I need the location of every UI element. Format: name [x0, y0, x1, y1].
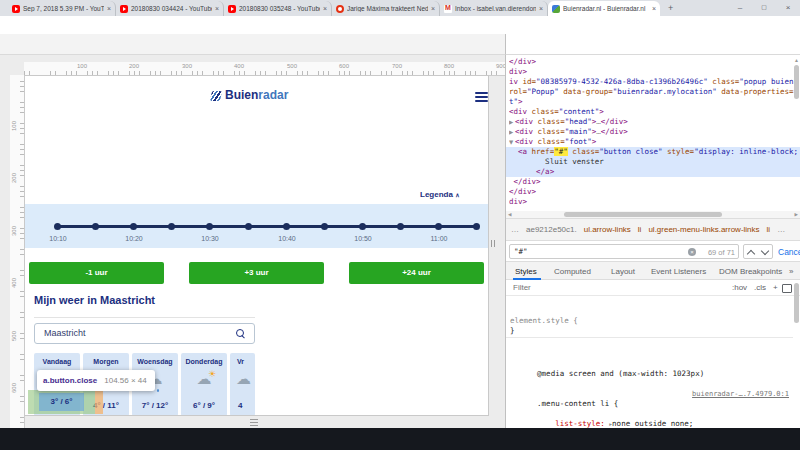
minus-1-hour-button[interactable]: -1 uur [29, 262, 164, 284]
breadcrumb-item[interactable]: … [777, 225, 785, 234]
code-line[interactable]: </div> [509, 177, 798, 187]
class-toggle[interactable]: .cls [754, 283, 766, 292]
browser-tab[interactable]: 20180830 035248 - YouTube × [224, 1, 332, 16]
weather-card-vrijdag-clipped[interactable]: Vr ☁ 4 [230, 353, 255, 416]
tab-close-icon[interactable]: × [107, 5, 111, 12]
more-panels-icon[interactable]: » [789, 267, 793, 276]
code-line[interactable]: ▶ <div class="head">…</div> [509, 117, 798, 127]
code-line[interactable]: </div> [509, 187, 798, 197]
style-rule-media[interactable]: @media screen and (max-width: 1023px) bu… [506, 358, 793, 428]
code-line-selected[interactable]: <a href="#" class="button close" style="… [506, 147, 800, 157]
legenda-toggle[interactable]: Legenda ∧ [420, 190, 460, 199]
divider [34, 317, 255, 318]
card-temp: 4 [230, 401, 255, 410]
window-close-button[interactable]: × [776, 0, 800, 15]
tab-close-icon[interactable]: × [431, 5, 435, 12]
scrollbar-up-icon[interactable]: ▲ [794, 57, 799, 63]
responsive-viewport-area: 100 200 300 400 500 600 700 800 900 100 … [0, 55, 505, 428]
search-query: "#" [514, 247, 528, 257]
styles-filter-input[interactable] [511, 282, 665, 293]
tab-layout[interactable]: Layout [611, 267, 635, 276]
browser-tab[interactable]: Inbox - isabel.van.dierendon × [440, 1, 548, 16]
tab-close-icon[interactable]: × [323, 5, 327, 12]
tab-title: Jarige Máxima trakteert Ned [347, 5, 428, 12]
search-icon[interactable] [236, 329, 244, 337]
stylesheet-link[interactable]: buienradar-….7.4979.0:1 [692, 389, 789, 399]
window-minimize-button[interactable]: – [728, 0, 752, 15]
hover-state-toggle[interactable]: :hov [732, 283, 747, 292]
code-line[interactable]: <div class="content"> [509, 107, 798, 117]
browser-tab[interactable]: Sep 7, 2018 5.39 PM - YouTu × [8, 1, 116, 16]
browser-tab[interactable]: Jarige Máxima trakteert Ned × [332, 1, 440, 16]
code-line[interactable]: </div> [509, 57, 798, 67]
location-search-box [34, 323, 255, 344]
code-line[interactable]: ▶ <div class="main">…</div> [509, 127, 798, 137]
styles-rules: element.style {} @media screen and (max-… [506, 295, 793, 428]
devtools-search-field[interactable]: "#" × 69 of 71 [509, 244, 739, 259]
ruler-label: 600 [339, 63, 349, 69]
code-line-selected[interactable]: Sluit venster [506, 157, 800, 167]
gmail-icon [444, 5, 452, 13]
timeline-label: 10:50 [343, 235, 383, 242]
browser-tab[interactable]: 20180830 034424 - YouTube × [116, 1, 224, 16]
style-rule-element[interactable]: element.style {} [506, 315, 793, 338]
ruler-label: 900 [496, 63, 505, 69]
page-title: Mijn weer in Maastricht [34, 294, 155, 306]
breadcrumb-item[interactable]: … [511, 225, 519, 234]
horizontal-scrollbar[interactable]: ◀ ▶ [506, 211, 800, 218]
plus-3-hour-button[interactable]: +3 uur [189, 262, 324, 284]
code-line-selected[interactable]: </a> [506, 167, 800, 177]
scrollbar-left-icon[interactable]: ◀ [508, 212, 511, 217]
weather-card-donderdag[interactable]: Donderdag ☀ ☁ 6° / 9° [181, 353, 227, 416]
tab-computed[interactable]: Computed [554, 267, 591, 276]
tab-title: Buienradar.nl - Buienradar.nl [563, 5, 649, 12]
breadcrumb-item[interactable]: ul.green-menu-links.arrow-links [648, 225, 759, 234]
code-line[interactable]: ▼ <div class="foot"> [509, 137, 798, 147]
horizontal-scrollbar-thumb[interactable] [564, 212, 722, 217]
tab-close-icon[interactable]: × [652, 5, 656, 12]
timeline-dot [397, 223, 404, 230]
buienradar-logo[interactable]: Buienradar [225, 88, 288, 102]
card-temp: 6° / 9° [181, 401, 227, 410]
search-match-count: 69 of 71 [708, 248, 735, 257]
code-line[interactable]: t"> [509, 97, 798, 107]
inspect-highlight-margin [95, 390, 103, 414]
styles-scrollbar-thumb[interactable] [794, 283, 799, 323]
tab-event-listeners[interactable]: Event Listeners [651, 267, 706, 276]
tab-close-icon[interactable]: × [215, 5, 219, 12]
breadcrumb-item[interactable]: ae9212e50c1. [526, 225, 577, 234]
tab-title: Sep 7, 2018 5.39 PM - YouTu [23, 5, 104, 12]
timeline-dot [359, 223, 366, 230]
device-toolbar: Responsive ▾ × 100% ▾ Online ▾ [0, 34, 505, 55]
computed-sidebar-icon[interactable] [782, 284, 792, 293]
breadcrumb-item[interactable]: ul.arrow-links [584, 225, 631, 234]
tab-styles[interactable]: Styles [515, 267, 537, 276]
timeline-label: 10:20 [114, 235, 154, 242]
next-match-icon[interactable] [761, 247, 769, 255]
code-line[interactable]: iv id="08385979-4532-426a-8dba-c1396b264… [509, 77, 798, 87]
code-line[interactable]: rol="Popup" data-group="buienradar.myloc… [509, 87, 798, 97]
timeline-dot [92, 223, 99, 230]
breadcrumb-item[interactable]: li [767, 225, 771, 234]
plus-24-hour-button[interactable]: +24 uur [349, 262, 484, 284]
timeline-label: 11:00 [419, 235, 459, 242]
code-line[interactable]: div> [509, 67, 798, 77]
previous-match-icon[interactable] [747, 250, 755, 258]
tab-close-icon[interactable]: × [539, 5, 543, 12]
breadcrumb-item[interactable]: li [638, 225, 642, 234]
window-maximize-button[interactable]: ▢ [752, 0, 776, 15]
scrollbar-right-icon[interactable]: ▶ [795, 212, 798, 217]
code-line[interactable]: div> [509, 197, 798, 207]
chevron-up-icon: ∧ [455, 192, 459, 198]
vertical-scrollbar-thumb[interactable] [794, 65, 799, 99]
new-style-rule-icon[interactable]: + [773, 283, 778, 292]
timeline-dot [168, 223, 175, 230]
cancel-search-button[interactable]: Cancel [778, 247, 800, 257]
tab-dom-breakpoints[interactable]: DOM Breakpoints [719, 267, 782, 276]
browser-tab-active[interactable]: Buienradar.nl - Buienradar.nl × [548, 1, 660, 16]
card-day-label: Morgen [83, 358, 129, 365]
clear-search-icon[interactable]: × [688, 248, 696, 256]
new-tab-button[interactable]: + [668, 3, 673, 13]
hamburger-menu-icon[interactable] [475, 92, 488, 94]
location-search-input[interactable] [42, 327, 226, 339]
